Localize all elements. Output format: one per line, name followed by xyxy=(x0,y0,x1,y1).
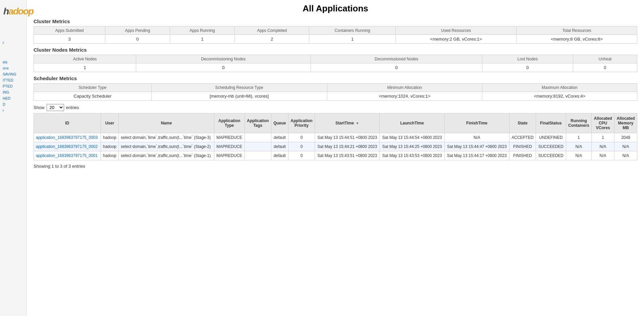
cell-queue: default xyxy=(271,142,288,151)
sidebar-item-r2[interactable]: r xyxy=(0,107,26,113)
cell-running-containers: N/A xyxy=(566,151,592,160)
col-scheduler-type: Scheduler Type xyxy=(34,84,152,92)
th-state: State xyxy=(509,113,536,133)
cell-launch-time: Sat May 13 15:43:53 +0800 2023 xyxy=(380,151,444,160)
sidebar-item-ing[interactable]: ING xyxy=(0,89,26,95)
th-app-priority: ApplicationPriority xyxy=(288,113,315,133)
col-apps-submitted: Apps Submitted xyxy=(34,27,105,35)
val-scheduling-resource-type: [memory-mb (unit=Mi), vcores] xyxy=(151,92,327,101)
val-apps-completed: 2 xyxy=(235,35,309,44)
app-id-link[interactable]: application_1683963797175_0001 xyxy=(36,153,98,158)
cell-app-priority: 0 xyxy=(288,151,315,160)
cell-app-priority: 0 xyxy=(288,133,315,142)
col-maximum-allocation: Maximum Allocation xyxy=(482,84,637,92)
logo: hadoop xyxy=(0,3,26,19)
val-maximum-allocation: <memory:8192, vCores:4> xyxy=(482,92,637,101)
cell-finish-time: N/A xyxy=(444,133,509,142)
val-active-nodes: 1 xyxy=(34,63,136,72)
sidebar-item-itted[interactable]: ITTED xyxy=(0,77,26,83)
th-app-tags: ApplicationTags xyxy=(245,113,271,133)
cell-id: application_1683963797175_0001 xyxy=(34,151,101,160)
table-row: application_1683963797175_0002hadoopsele… xyxy=(34,142,637,151)
th-queue: Queue xyxy=(271,113,288,133)
sidebar-item-hed[interactable]: HED xyxy=(0,95,26,101)
col-decommissioned-nodes: Decommissioned Nodes xyxy=(311,55,482,63)
cell-running-containers: N/A xyxy=(566,142,592,151)
cell-app-type: MAPREDUCE xyxy=(214,151,245,160)
scheduler-metrics-table: Scheduler Type Scheduling Resource Type … xyxy=(34,83,637,101)
cell-state: FINISHED xyxy=(509,151,536,160)
th-start-time[interactable]: StartTime ▼ xyxy=(315,113,380,133)
cell-finish-time: Sat May 13 15:44:17 +0800 2023 xyxy=(444,151,509,160)
cell-app-type: MAPREDUCE xyxy=(214,133,245,142)
show-entries-control: Show 10 20 50 100 entries xyxy=(34,104,637,111)
sidebar-nav: r els ons SAVING ITTED PTED ING HED D r xyxy=(0,40,26,113)
val-scheduler-type: Capacity Scheduler xyxy=(34,92,152,101)
cell-start-time: Sat May 13 15:44:51 +0800 2023 xyxy=(315,133,380,142)
cell-running-containers: 1 xyxy=(566,133,592,142)
cell-queue: default xyxy=(271,151,288,160)
val-apps-submitted: 3 xyxy=(34,35,105,44)
app-id-link[interactable]: application_1683963797175_0002 xyxy=(36,144,98,149)
val-used-resources: <memory:2 GB, vCores:1> xyxy=(396,35,517,44)
cell-user: hadoop xyxy=(101,133,119,142)
applications-table: ID User Name ApplicationType Application… xyxy=(34,113,637,160)
cell-allocated-memory: 2048 xyxy=(614,133,637,142)
sidebar-item-ons[interactable]: ons xyxy=(0,65,26,71)
show-label: Show xyxy=(34,105,45,110)
cell-app-tags xyxy=(245,142,271,151)
scheduler-metrics-title: Scheduler Metrics xyxy=(34,75,637,81)
val-decommissioning-nodes: 0 xyxy=(136,63,311,72)
cell-id: application_1683963797175_0002 xyxy=(34,142,101,151)
cell-finish-time: Sat May 13 15:44:47 +0800 2023 xyxy=(444,142,509,151)
cell-state: ACCEPTED xyxy=(509,133,536,142)
col-used-resources: Used Resources xyxy=(396,27,517,35)
cell-allocated-cpu: N/A xyxy=(592,151,614,160)
entries-label: entries xyxy=(66,105,79,110)
cluster-nodes-metrics-title: Cluster Nodes Metrics xyxy=(34,47,637,53)
entries-select[interactable]: 10 20 50 100 xyxy=(47,104,64,111)
col-lost-nodes: Lost Nodes xyxy=(482,55,573,63)
val-containers-running: 1 xyxy=(309,35,396,44)
sidebar: hadoop r els ons SAVING ITTED PTED ING H… xyxy=(0,0,27,316)
showing-text: Showing 1 to 3 of 3 entries xyxy=(34,164,637,169)
cluster-nodes-metrics-table: Active Nodes Decommissioning Nodes Decom… xyxy=(34,55,637,72)
cell-queue: default xyxy=(271,133,288,142)
cell-name: select domain,`time`,traffic,sum(t...`ti… xyxy=(119,133,214,142)
sidebar-item-d[interactable]: D xyxy=(0,101,26,107)
cell-allocated-cpu: N/A xyxy=(592,142,614,151)
cell-start-time: Sat May 13 15:44:21 +0800 2023 xyxy=(315,142,380,151)
cluster-metrics-table: Apps Submitted Apps Pending Apps Running… xyxy=(34,26,637,44)
cell-name: select domain,`time`,traffic,sum(t...`ti… xyxy=(119,151,214,160)
col-apps-pending: Apps Pending xyxy=(105,27,170,35)
val-apps-pending: 0 xyxy=(105,35,170,44)
th-launch-time: LaunchTime xyxy=(380,113,444,133)
val-unheal-nodes: 0 xyxy=(573,63,637,72)
cell-app-tags xyxy=(245,151,271,160)
sidebar-item-r[interactable]: r xyxy=(0,40,26,46)
val-minimum-allocation: <memory:1024, vCores:1> xyxy=(327,92,482,101)
col-containers-running: Containers Running xyxy=(309,27,396,35)
cell-start-time: Sat May 13 15:43:51 +0800 2023 xyxy=(315,151,380,160)
val-apps-running: 1 xyxy=(170,35,235,44)
cell-user: hadoop xyxy=(101,142,119,151)
cell-final-status: UNDEFINED xyxy=(536,133,566,142)
th-user: User xyxy=(101,113,119,133)
cell-final-status: SUCCEEDED xyxy=(536,151,566,160)
main-content: All Applications Cluster Metrics Apps Su… xyxy=(27,0,644,316)
th-id: ID xyxy=(34,113,101,133)
col-apps-completed: Apps Completed xyxy=(235,27,309,35)
table-row: application_1683963797175_0003hadoopsele… xyxy=(34,133,637,142)
sidebar-item-saving[interactable]: SAVING xyxy=(0,71,26,77)
app-id-link[interactable]: application_1683963797175_0003 xyxy=(36,135,98,140)
page-title: All Applications xyxy=(34,3,637,14)
cell-allocated-memory: N/A xyxy=(614,142,637,151)
sidebar-item-els[interactable]: els xyxy=(0,59,26,65)
cell-state: FINISHED xyxy=(509,142,536,151)
val-lost-nodes: 0 xyxy=(482,63,573,72)
sidebar-item-pted[interactable]: PTED xyxy=(0,83,26,89)
cell-allocated-memory: N/A xyxy=(614,151,637,160)
col-minimum-allocation: Minimum Allocation xyxy=(327,84,482,92)
th-app-type: ApplicationType xyxy=(214,113,245,133)
col-scheduling-resource-type: Scheduling Resource Type xyxy=(151,84,327,92)
